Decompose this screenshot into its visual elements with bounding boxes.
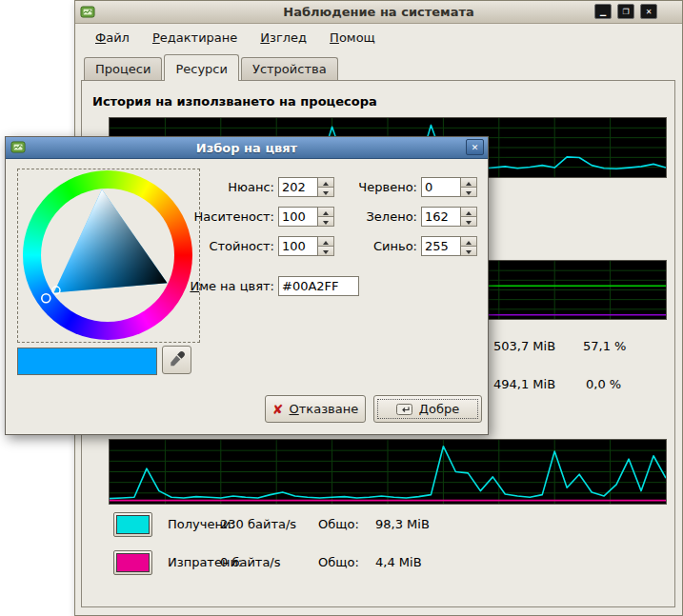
- cpu-section-title: История на използването на процесора: [92, 94, 377, 109]
- saturation-input[interactable]: [278, 207, 318, 227]
- received-total: 98,3 MiB: [375, 517, 430, 531]
- cancel-button[interactable]: ✘ Отказване: [265, 395, 366, 423]
- dialog-close-icon[interactable]: ✕: [466, 139, 484, 155]
- ok-label: Добре: [419, 402, 459, 416]
- color-wheel-frame: [17, 169, 200, 343]
- received-rate: 230 байта/s: [220, 517, 296, 531]
- value-input[interactable]: [278, 236, 318, 256]
- dialog-title: Избор на цвят: [6, 141, 488, 155]
- red-spin-down-icon[interactable]: [461, 188, 477, 197]
- menu-help[interactable]: Помощ: [321, 28, 384, 48]
- swap-percent: 0,0 %: [586, 377, 621, 391]
- swap-amount: 494,1 MiB: [493, 377, 555, 391]
- blue-spinner: [421, 236, 477, 256]
- network-sent-row: Изпратени: 0 байта/s Общо: 4,4 MiB: [113, 550, 661, 575]
- tab-devices[interactable]: Устройства: [241, 57, 338, 80]
- color-name-label: Име на цвят:: [184, 279, 274, 293]
- red-label: Червено:: [327, 180, 417, 194]
- tab-resources[interactable]: Ресурси: [164, 54, 239, 80]
- received-total-label: Общо:: [318, 517, 359, 531]
- network-history-chart: [109, 439, 667, 505]
- menu-edit[interactable]: Редактиране: [144, 28, 246, 48]
- blue-spin-up-icon[interactable]: [461, 236, 477, 247]
- saturation-label: Наситеност:: [184, 209, 274, 224]
- current-color-preview: [17, 348, 157, 375]
- hsv-color-wheel[interactable]: [23, 170, 192, 340]
- tab-processes[interactable]: Процеси: [84, 57, 162, 80]
- cancel-label: Отказване: [290, 402, 359, 416]
- ok-button[interactable]: Добре: [373, 395, 482, 423]
- main-window-title: Наблюдение на системата: [75, 5, 682, 19]
- blue-spin-down-icon[interactable]: [461, 247, 477, 256]
- maximize-icon[interactable]: ❐: [617, 4, 634, 19]
- memory-amount: 503,7 MiB: [493, 339, 555, 353]
- network-received-row: Получени: 230 байта/s Общо: 98,3 MiB: [113, 512, 661, 537]
- value-label: Стойност:: [184, 239, 274, 253]
- minimize-icon[interactable]: ▁: [594, 4, 612, 19]
- cancel-icon: ✘: [272, 403, 284, 416]
- blue-input[interactable]: [421, 236, 461, 256]
- sent-total-label: Общо:: [318, 555, 359, 569]
- eyedropper-button[interactable]: [162, 346, 191, 374]
- sent-color-button[interactable]: [113, 550, 152, 575]
- memory-percent: 57,1 %: [583, 339, 626, 353]
- green-input[interactable]: [421, 207, 461, 227]
- color-name-input[interactable]: [278, 276, 359, 296]
- hue-marker[interactable]: [42, 294, 50, 303]
- green-spin-up-icon[interactable]: [461, 207, 477, 217]
- dialog-app-icon: [10, 140, 26, 155]
- red-spinner: [421, 177, 477, 197]
- menu-view[interactable]: Изглед: [251, 28, 315, 48]
- menubar: Файл Редактиране Изглед Помощ: [75, 24, 682, 50]
- window-controls: ▁ ❐ ✕: [594, 4, 657, 19]
- received-color-swatch: [116, 515, 150, 534]
- menu-file[interactable]: Файл: [87, 28, 138, 48]
- sent-rate: 0 байта/s: [220, 555, 281, 569]
- green-label: Зелено:: [327, 209, 417, 224]
- received-color-button[interactable]: [113, 512, 152, 537]
- system-monitor-app-icon: [80, 5, 95, 20]
- red-spin-up-icon[interactable]: [461, 177, 477, 188]
- hue-input[interactable]: [278, 177, 318, 197]
- red-input[interactable]: [421, 177, 461, 197]
- sent-color-swatch: [116, 553, 150, 572]
- blue-label: Синьо:: [327, 239, 417, 253]
- color-picker-dialog: Избор на цвят ✕: [5, 136, 489, 435]
- dialog-titlebar[interactable]: Избор на цвят ✕: [6, 137, 488, 159]
- ok-icon: [396, 402, 413, 417]
- eyedropper-icon: [169, 350, 186, 368]
- green-spin-down-icon[interactable]: [461, 217, 477, 227]
- saturation-value-triangle[interactable]: [23, 170, 192, 340]
- tab-bar: Процеси Ресурси Устройства: [81, 53, 675, 80]
- close-icon[interactable]: ✕: [640, 4, 657, 19]
- main-window-titlebar[interactable]: Наблюдение на системата ▁ ❐ ✕: [75, 1, 682, 24]
- green-spinner: [421, 207, 477, 227]
- sent-total: 4,4 MiB: [375, 555, 422, 569]
- hue-label: Нюанс:: [184, 180, 274, 194]
